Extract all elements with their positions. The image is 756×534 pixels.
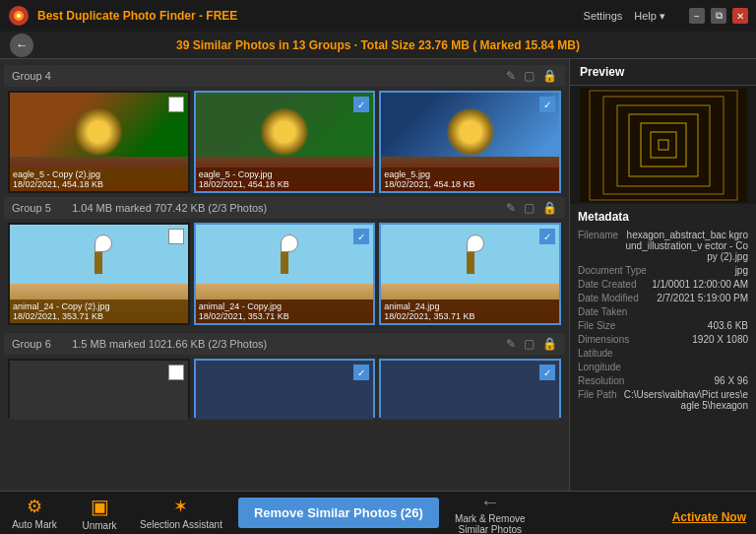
settings-link[interactable]: Settings xyxy=(584,10,623,22)
group-6-lock-icon[interactable]: 🔒 xyxy=(542,337,557,351)
unmark-label: Unmark xyxy=(82,520,116,531)
meta-created: Date Created 1/1/0001 12:00:00 AM xyxy=(578,279,748,290)
group-6-controls: ✎ ▢ 🔒 xyxy=(506,337,557,351)
meta-doctype-value: jpg xyxy=(735,265,748,276)
group-4-check-icon[interactable]: ▢ xyxy=(524,69,535,83)
photo-checkbox-3[interactable]: ✓ xyxy=(539,97,555,112)
meta-doctype-label: Document Type xyxy=(578,265,647,276)
meta-modified-label: Date Modified xyxy=(578,293,639,303)
title-bar: Best Duplicate Photo Finder - FREE Setti… xyxy=(0,0,756,32)
mark-remove-text: Mark & RemoveSimilar Photos xyxy=(455,513,526,534)
arrow-icon: ← xyxy=(480,491,500,513)
metadata-title: Metadata xyxy=(578,210,748,224)
photo-checkbox-8[interactable]: ✓ xyxy=(353,365,369,380)
meta-latitude-label: Latitude xyxy=(578,348,613,359)
placeholder-image xyxy=(381,361,559,420)
arrow-mark-remove-label: ← Mark & RemoveSimilar Photos xyxy=(455,491,526,534)
placeholder-image xyxy=(196,361,374,420)
preview-panel: Preview Metadata Filename hexagon_abstra… xyxy=(569,59,756,491)
help-link[interactable]: Help ▾ xyxy=(634,10,665,23)
photo-checkbox-5[interactable]: ✓ xyxy=(353,229,369,244)
group-5-lock-icon[interactable]: 🔒 xyxy=(542,201,557,215)
restore-button[interactable]: ⧉ xyxy=(711,8,726,24)
sub-header-text: 39 Similar Photos in 13 Groups · Total S… xyxy=(176,38,580,52)
photo-label-3: eagle_5.jpg18/02/2021, 454.18 KB xyxy=(381,167,559,191)
photo-item[interactable] xyxy=(8,359,190,418)
group-6-edit-icon[interactable]: ✎ xyxy=(506,337,516,351)
preview-image xyxy=(580,89,747,202)
group-5-section: Group 5 1.04 MB marked 707.42 KB (2/3 Ph… xyxy=(4,197,565,325)
meta-filepath-value: C:\Users\vaibhav\Pict ures\eagle 5\hexag… xyxy=(620,389,748,411)
meta-taken: Date Taken xyxy=(578,306,748,317)
photo-checkbox-7[interactable] xyxy=(168,365,184,380)
group-4-controls: ✎ ▢ 🔒 xyxy=(506,69,557,83)
meta-filepath-label: File Path xyxy=(578,389,616,411)
back-button[interactable]: ← xyxy=(10,33,33,57)
photo-item[interactable]: ✓ animal_24.jpg18/02/2021, 353.71 KB xyxy=(379,223,561,325)
meta-dimensions-label: Dimensions xyxy=(578,334,629,345)
group-5-label: Group 5 1.04 MB marked 707.42 KB (2/3 Ph… xyxy=(12,202,267,214)
photo-item[interactable]: animal_24 - Copy (2).jpg18/02/2021, 353.… xyxy=(8,223,190,325)
main-content: Group 4 ✎ ▢ 🔒 eagle_5 - Copy (2).jpg18/0… xyxy=(0,59,756,491)
meta-modified-value: 2/7/2021 5:19:00 PM xyxy=(657,293,748,303)
photo-checkbox-4[interactable] xyxy=(168,229,184,244)
photo-checkbox-1[interactable] xyxy=(168,97,184,112)
unmark-button[interactable]: ▣ Unmark xyxy=(75,495,124,531)
meta-modified: Date Modified 2/7/2021 5:19:00 PM xyxy=(578,293,748,303)
group-4-photos: eagle_5 - Copy (2).jpg18/02/2021, 454.18… xyxy=(4,91,565,193)
preview-header: Preview xyxy=(570,59,756,86)
meta-filename-value: hexagon_abstract_bac kground_illustratio… xyxy=(622,230,748,262)
activate-now-button[interactable]: Activate Now xyxy=(672,510,746,524)
meta-filepath: File Path C:\Users\vaibhav\Pict ures\eag… xyxy=(578,389,748,411)
meta-longitude-label: Longitude xyxy=(578,362,621,372)
group-5-photos: animal_24 - Copy (2).jpg18/02/2021, 353.… xyxy=(4,223,565,325)
photo-list[interactable]: Group 4 ✎ ▢ 🔒 eagle_5 - Copy (2).jpg18/0… xyxy=(0,59,569,491)
meta-resolution-label: Resolution xyxy=(578,375,624,386)
photo-label-4: animal_24 - Copy (2).jpg18/02/2021, 353.… xyxy=(10,300,188,323)
group-5-edit-icon[interactable]: ✎ xyxy=(506,201,516,215)
photo-checkbox-6[interactable]: ✓ xyxy=(539,229,555,244)
photo-checkbox-9[interactable]: ✓ xyxy=(539,365,555,380)
photo-item[interactable]: ✓ eagle_5.jpg18/02/2021, 454.18 KB xyxy=(379,91,561,193)
photo-item[interactable]: ✓ eagle_5 - Copy.jpg18/02/2021, 454.18 K… xyxy=(194,91,376,193)
meta-created-value: 1/1/0001 12:00:00 AM xyxy=(652,279,748,290)
group-4-header: Group 4 ✎ ▢ 🔒 xyxy=(4,65,565,87)
meta-doctype: Document Type jpg xyxy=(578,265,748,276)
selection-assistant-label: Selection Assistant xyxy=(140,519,222,530)
meta-created-label: Date Created xyxy=(578,279,636,290)
photo-item[interactable]: ✓ xyxy=(194,359,376,418)
remove-similar-photos-button[interactable]: Remove Similar Photos (26) xyxy=(238,498,439,528)
meta-resolution-value: 96 X 96 xyxy=(715,375,748,386)
meta-filesize-value: 403.6 KB xyxy=(708,320,748,331)
window-controls: − ⧉ ✕ xyxy=(689,8,748,24)
placeholder-image xyxy=(10,361,188,420)
photo-item[interactable]: eagle_5 - Copy (2).jpg18/02/2021, 454.18… xyxy=(8,91,190,193)
meta-longitude: Longitude xyxy=(578,362,748,372)
app-logo-icon xyxy=(8,5,30,27)
group-4-lock-icon[interactable]: 🔒 xyxy=(542,69,557,83)
photo-item[interactable]: ✓ xyxy=(379,359,561,418)
meta-filesize: File Size 403.6 KB xyxy=(578,320,748,331)
group-6-check-icon[interactable]: ▢ xyxy=(524,337,535,351)
auto-mark-button[interactable]: ⚙ Auto Mark xyxy=(10,496,59,530)
photo-label-6: animal_24.jpg18/02/2021, 353.71 KB xyxy=(381,300,559,323)
selection-assistant-button[interactable]: ✶ Selection Assistant xyxy=(140,496,222,530)
svg-point-2 xyxy=(17,14,21,18)
preview-image-area xyxy=(570,86,756,204)
group-6-section: Group 6 1.5 MB marked 1021.66 KB (2/3 Ph… xyxy=(4,333,565,418)
group-5-controls: ✎ ▢ 🔒 xyxy=(506,201,557,215)
photo-label-2: eagle_5 - Copy.jpg18/02/2021, 454.18 KB xyxy=(196,167,374,191)
group-4-edit-icon[interactable]: ✎ xyxy=(506,69,516,83)
bottom-toolbar: ⚙ Auto Mark ▣ Unmark ✶ Selection Assista… xyxy=(0,491,756,534)
group-5-check-icon[interactable]: ▢ xyxy=(524,201,535,215)
title-bar-left: Best Duplicate Photo Finder - FREE xyxy=(8,5,237,27)
photo-label-1: eagle_5 - Copy (2).jpg18/02/2021, 454.18… xyxy=(10,167,188,191)
meta-filename: Filename hexagon_abstract_bac kground_il… xyxy=(578,230,748,262)
sub-header: ← 39 Similar Photos in 13 Groups · Total… xyxy=(0,32,756,59)
group-5-header: Group 5 1.04 MB marked 707.42 KB (2/3 Ph… xyxy=(4,197,565,219)
minimize-button[interactable]: − xyxy=(689,8,705,24)
close-button[interactable]: ✕ xyxy=(732,8,748,24)
photo-item[interactable]: ✓ animal_24 - Copy.jpg18/02/2021, 353.71… xyxy=(194,223,376,325)
group-6-header: Group 6 1.5 MB marked 1021.66 KB (2/3 Ph… xyxy=(4,333,565,355)
photo-checkbox-2[interactable]: ✓ xyxy=(353,97,369,112)
